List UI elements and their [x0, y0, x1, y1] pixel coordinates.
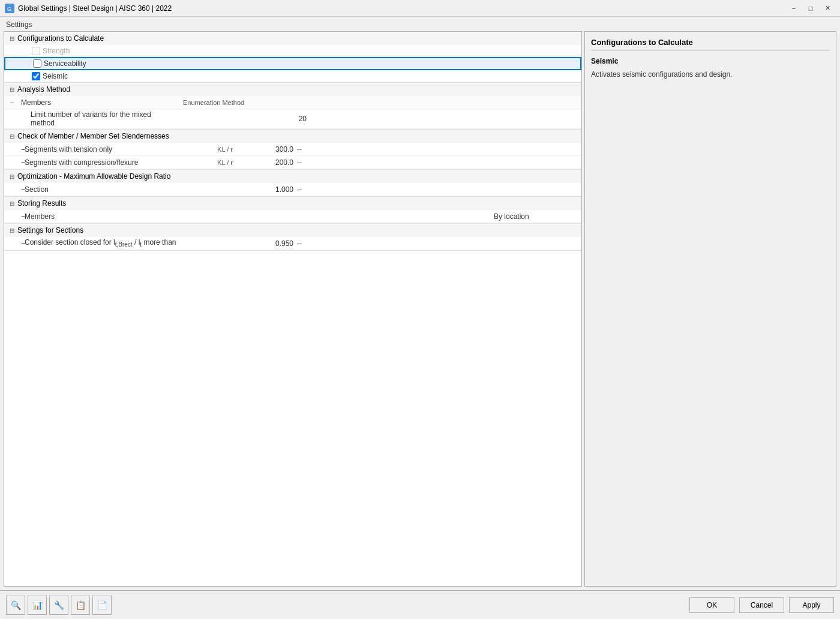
section-configurations-header[interactable]: ⊟ Configurations to Calculate: [4, 32, 581, 45]
app-icon: G: [5, 4, 14, 13]
sub-icon4: −: [4, 212, 21, 221]
title-bar: G Global Settings | Steel Design | AISC …: [0, 0, 840, 17]
sub-icon5: −: [4, 239, 21, 248]
expand-icon-analysis: ⊟: [8, 85, 16, 94]
section-optimization: ⊟ Optimization - Maximum Allowable Desig…: [4, 170, 581, 197]
slenderness-tension-value: 300.0: [249, 145, 297, 154]
section-settings-sections-header[interactable]: ⊟ Settings for Sections: [4, 224, 581, 237]
config-serviceability-checkbox[interactable]: [33, 59, 41, 68]
slenderness-compression-label: Segments with compression/flexure: [21, 158, 201, 167]
sub-icon: −: [4, 145, 21, 154]
window-controls: − □ ✕: [786, 2, 835, 14]
storing-members-dropdown[interactable]: By location: [494, 212, 578, 221]
optimization-section-extra: --: [297, 185, 578, 194]
settings-label: Settings: [6, 20, 32, 29]
right-panel-subtitle: Seismic: [591, 57, 830, 65]
section-storing-title: Storing Results: [17, 199, 66, 208]
toolbar-search-button[interactable]: 🔍: [6, 596, 25, 615]
section-settings-sections-title: Settings for Sections: [17, 226, 83, 235]
slenderness-tension-label: Segments with tension only: [21, 145, 201, 154]
bottom-toolbar: 🔍 📊 🔧 📋 📄 OK Cancel Apply: [0, 590, 840, 619]
apply-button[interactable]: Apply: [789, 597, 834, 613]
storing-members-label: Members: [21, 212, 201, 221]
toolbar-table-button[interactable]: 📊: [28, 596, 47, 615]
config-strength-label: Strength: [43, 47, 70, 55]
right-panel-description: Activates seismic configurations and des…: [591, 69, 830, 80]
maximize-button[interactable]: □: [803, 2, 818, 14]
right-panel-title: Configurations to Calculate: [591, 38, 830, 51]
section-storing: ⊟ Storing Results − Members By location: [4, 197, 581, 224]
config-serviceability-label: Serviceability: [44, 59, 86, 68]
slenderness-compression-row: − Segments with compression/flexure KL /…: [4, 156, 581, 169]
svg-text:G: G: [7, 6, 11, 12]
toolbar-right: OK Cancel Apply: [689, 597, 834, 613]
cancel-button[interactable]: Cancel: [739, 597, 784, 613]
slenderness-tension-row: − Segments with tension only KL / r 300.…: [4, 143, 581, 156]
right-panel: Configurations to Calculate Seismic Acti…: [584, 31, 836, 587]
members-title-label: Members: [21, 98, 183, 107]
section-slenderness-header[interactable]: ⊟ Check of Member / Member Set Slenderne…: [4, 130, 581, 143]
section-settings-sections: ⊟ Settings for Sections − Consider secti…: [4, 224, 581, 251]
optimization-section-label: Section: [21, 185, 201, 194]
slenderness-compression-value: 200.0: [249, 158, 297, 167]
toolbar-left: 🔍 📊 🔧 📋 📄: [6, 596, 112, 615]
toolbar-settings-button[interactable]: 🔧: [49, 596, 68, 615]
config-strength-item: Strength: [4, 45, 581, 57]
optimization-section-value: 1.000: [249, 185, 297, 194]
config-seismic-item: Seismic: [4, 70, 581, 82]
title-bar-left: G Global Settings | Steel Design | AISC …: [5, 4, 172, 13]
analysis-limit-row: Limit number of variants for the mixed m…: [4, 109, 581, 129]
sub-icon3: −: [4, 185, 21, 194]
slenderness-tension-extra: --: [297, 145, 578, 154]
ok-button[interactable]: OK: [689, 597, 734, 613]
toolbar-clipboard-button[interactable]: 📋: [71, 596, 90, 615]
section-analysis-header[interactable]: ⊟ Analysis Method: [4, 83, 581, 96]
expand-icon-configurations: ⊟: [8, 34, 16, 43]
slenderness-compression-extra: --: [297, 158, 578, 167]
config-seismic-checkbox[interactable]: [32, 72, 40, 80]
left-panel: ⊟ Configurations to Calculate Strength S…: [4, 31, 582, 587]
expand-icon-settings-sections: ⊟: [8, 226, 16, 235]
main-window: Settings ⊟ Configurations to Calculate S…: [0, 17, 840, 619]
content-area: ⊟ Configurations to Calculate Strength S…: [0, 31, 840, 590]
section-configurations-title: Configurations to Calculate: [17, 34, 104, 43]
optimization-section-row: − Section 1.000 --: [4, 183, 581, 196]
section-configurations: ⊟ Configurations to Calculate Strength S…: [4, 32, 581, 83]
enumeration-header-text: Enumeration Method: [183, 99, 303, 106]
storing-members-row: − Members By location: [4, 210, 581, 223]
settings-sections-closed-value: 0.950: [249, 239, 297, 248]
section-optimization-header[interactable]: ⊟ Optimization - Maximum Allowable Desig…: [4, 170, 581, 183]
config-strength-checkbox[interactable]: [32, 47, 40, 55]
analysis-members-header: − Members Enumeration Method: [4, 96, 581, 109]
settings-sections-closed-row: − Consider section closed for lt,Brect /…: [4, 237, 581, 250]
settings-header: Settings: [0, 17, 840, 31]
config-seismic-label: Seismic: [43, 72, 68, 80]
expand-icon-optimization: ⊟: [8, 172, 16, 181]
close-button[interactable]: ✕: [820, 2, 835, 14]
section-slenderness: ⊟ Check of Member / Member Set Slenderne…: [4, 130, 581, 170]
members-expand[interactable]: −: [4, 99, 21, 106]
config-serviceability-item: Serviceability: [4, 57, 581, 70]
sub-icon2: −: [4, 158, 21, 167]
analysis-limit-value: 20: [274, 115, 310, 123]
minimize-button[interactable]: −: [786, 2, 802, 14]
section-optimization-title: Optimization - Maximum Allowable Design …: [17, 172, 170, 181]
toolbar-document-button[interactable]: 📄: [92, 596, 112, 615]
slenderness-compression-unit: KL / r: [201, 159, 249, 166]
section-storing-header[interactable]: ⊟ Storing Results: [4, 197, 581, 210]
settings-sections-closed-label: Consider section closed for lt,Brect / l…: [21, 238, 201, 248]
section-analysis: ⊟ Analysis Method − Members Enumeration …: [4, 83, 581, 130]
settings-sections-closed-extra: --: [297, 239, 578, 248]
section-analysis-title: Analysis Method: [17, 85, 70, 94]
window-title: Global Settings | Steel Design | AISC 36…: [18, 4, 172, 13]
expand-icon-storing: ⊟: [8, 199, 16, 208]
expand-icon-slenderness: ⊟: [8, 132, 16, 140]
analysis-limit-label: Limit number of variants for the mixed m…: [4, 110, 166, 127]
slenderness-tension-unit: KL / r: [201, 146, 249, 153]
section-slenderness-title: Check of Member / Member Set Slenderness…: [17, 132, 169, 140]
